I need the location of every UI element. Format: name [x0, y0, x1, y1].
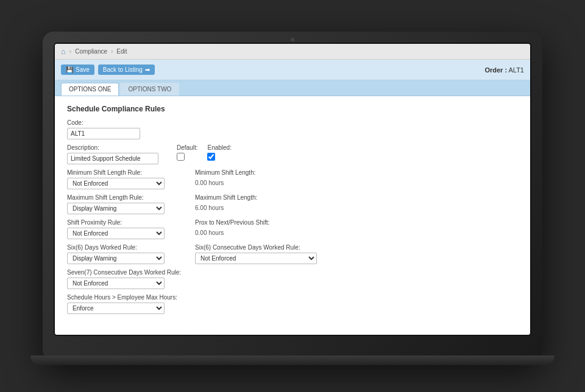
back-icon: ➡	[145, 66, 150, 73]
code-input[interactable]	[67, 128, 140, 139]
six-consec-select[interactable]: Not Enforced Display Warning Enforced	[195, 253, 317, 264]
back-label: Back to Listing	[103, 66, 143, 73]
save-label: Save	[76, 66, 90, 73]
min-shift-length-value: 0.00 hours	[195, 178, 256, 188]
prox-next-value: 0.00 hours	[195, 228, 269, 238]
toolbar: 💾 Save Back to Listing ➡ Order : ALT1	[55, 60, 530, 80]
nav-separator-2: ›	[111, 48, 113, 55]
enabled-label: Enabled:	[207, 144, 231, 151]
six-days-row: Six(6) Days Worked Rule: Not Enforced Di…	[67, 244, 518, 264]
schedule-hours-group: Schedule Hours > Employee Max Hours: Not…	[67, 294, 250, 314]
schedule-hours-select[interactable]: Not Enforced Display Warning Enforced En…	[67, 303, 165, 314]
seven-days-group: Seven(7) Consecutive Days Worked Rule: N…	[67, 269, 250, 289]
description-input[interactable]	[67, 153, 158, 164]
min-shift-length-label: Minimum Shift Length:	[195, 169, 256, 176]
max-shift-length-group: Maximum Shift Length: 6.00 hours	[195, 194, 257, 213]
tab-options-one[interactable]: OPTIONS ONE	[61, 83, 119, 96]
prox-next-label: Prox to Next/Previous Shift:	[195, 219, 269, 226]
seven-days-row: Seven(7) Consecutive Days Worked Rule: N…	[67, 269, 518, 289]
min-shift-rule-select[interactable]: Not Enforced Display Warning Enforced	[67, 178, 165, 189]
nav-compliance[interactable]: Compliance	[75, 48, 107, 55]
order-prefix: Order :	[484, 66, 507, 74]
six-days-rule-select[interactable]: Not Enforced Display Warning Enforced	[67, 253, 165, 264]
six-days-rule-label: Six(6) Days Worked Rule:	[67, 244, 165, 251]
enabled-group: Enabled:	[207, 144, 231, 161]
order-info: Order : ALT1	[484, 66, 524, 74]
prox-next-group: Prox to Next/Previous Shift: 0.00 hours	[195, 219, 269, 238]
min-shift-length-group: Minimum Shift Length: 0.00 hours	[195, 169, 256, 188]
content-area: Schedule Compliance Rules Code: Descript…	[55, 96, 530, 335]
prox-rule-select[interactable]: Not Enforced Display Warning Enforced	[67, 228, 165, 239]
prox-rule-group: Shift Proximity Rule: Not Enforced Displ…	[67, 219, 165, 239]
description-group: Description:	[67, 144, 158, 164]
prox-rule-label: Shift Proximity Rule:	[67, 219, 165, 226]
code-row: Code:	[67, 119, 518, 139]
code-label: Code:	[67, 119, 140, 126]
tab-options-two[interactable]: OPTIONS TWO	[120, 83, 179, 96]
schedule-hours-label: Schedule Hours > Employee Max Hours:	[67, 294, 250, 301]
description-row: Description: Default: Enabled:	[67, 144, 518, 164]
max-shift-length-value: 6.00 hours	[195, 203, 257, 213]
prox-row: Shift Proximity Rule: Not Enforced Displ…	[67, 219, 518, 239]
description-label: Description:	[67, 144, 158, 151]
home-icon[interactable]: ⌂	[61, 47, 66, 56]
order-value: ALT1	[509, 66, 524, 74]
breadcrumb-bar: ⌂ › Compliance › Edit	[55, 44, 530, 60]
save-button[interactable]: 💾 Save	[61, 65, 94, 75]
back-to-listing-button[interactable]: Back to Listing ➡	[98, 65, 155, 75]
schedule-hours-row: Schedule Hours > Employee Max Hours: Not…	[67, 294, 518, 314]
default-checkbox[interactable]	[177, 153, 185, 161]
enabled-checkbox[interactable]	[207, 153, 215, 161]
save-icon: 💾	[66, 66, 73, 73]
six-days-rule-group: Six(6) Days Worked Rule: Not Enforced Di…	[67, 244, 165, 264]
max-shift-rule-group: Maximum Shift Length Rule: Not Enforced …	[67, 194, 165, 214]
code-group: Code:	[67, 119, 140, 139]
toolbar-buttons: 💾 Save Back to Listing ➡	[61, 65, 155, 75]
min-shift-row: Minimum Shift Length Rule: Not Enforced …	[67, 169, 518, 189]
max-shift-rule-select[interactable]: Not Enforced Display Warning Enforced	[67, 203, 165, 214]
nav-edit[interactable]: Edit	[116, 48, 127, 55]
max-shift-row: Maximum Shift Length Rule: Not Enforced …	[67, 194, 518, 214]
default-label: Default:	[177, 144, 197, 151]
six-consec-group: Six(6) Consecutive Days Worked Rule: Not…	[195, 244, 317, 264]
section-title: Schedule Compliance Rules	[67, 105, 518, 113]
max-shift-rule-label: Maximum Shift Length Rule:	[67, 194, 165, 201]
min-shift-rule-group: Minimum Shift Length Rule: Not Enforced …	[67, 169, 165, 189]
default-group: Default:	[177, 144, 197, 161]
seven-days-select[interactable]: Not Enforced Display Warning Enforced	[67, 278, 165, 289]
max-shift-length-label: Maximum Shift Length:	[195, 194, 257, 201]
six-consec-label: Six(6) Consecutive Days Worked Rule:	[195, 244, 317, 251]
min-shift-rule-label: Minimum Shift Length Rule:	[67, 169, 165, 176]
nav-separator: ›	[69, 48, 71, 55]
tabs-bar: OPTIONS ONE OPTIONS TWO	[55, 80, 530, 96]
seven-days-label: Seven(7) Consecutive Days Worked Rule:	[67, 269, 250, 276]
